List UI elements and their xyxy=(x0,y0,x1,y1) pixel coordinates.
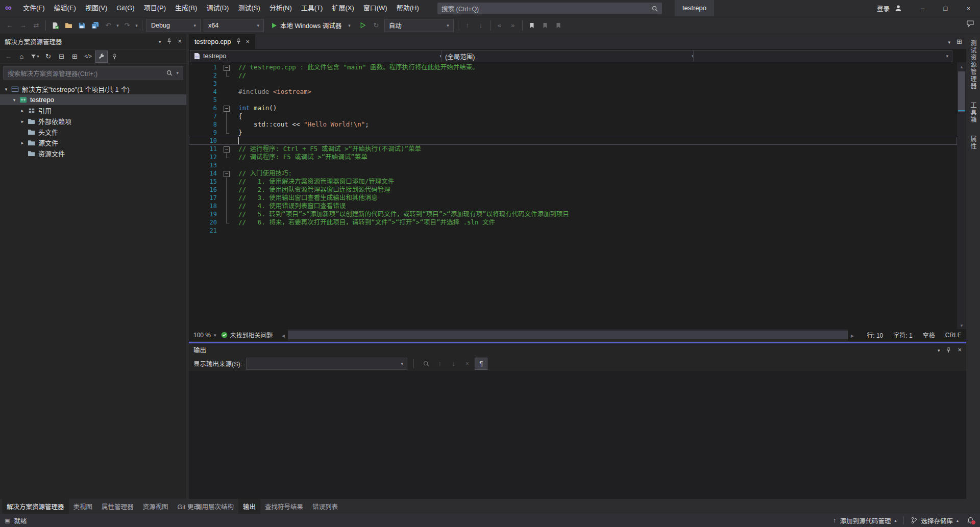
tree-expander-icon[interactable]: ▾ xyxy=(2,87,10,92)
start-without-debugging-icon[interactable] xyxy=(357,19,369,32)
redo-icon[interactable]: ↷ xyxy=(121,19,133,32)
close-panel-icon[interactable]: × xyxy=(178,38,182,45)
tree-expander-icon[interactable]: ▸ xyxy=(18,119,27,124)
save-icon[interactable] xyxy=(76,19,88,32)
word-wrap-icon[interactable]: ¶ xyxy=(475,358,487,369)
tree-item[interactable]: ▾解决方案"testrepo"(1 个项目/共 1 个) xyxy=(0,84,186,94)
tree-expander-icon[interactable]: ▾ xyxy=(10,97,18,103)
pin-icon[interactable] xyxy=(946,347,951,353)
code-line[interactable]: 3 xyxy=(189,80,957,88)
health-check-icon[interactable] xyxy=(221,332,228,338)
code-line[interactable]: 4#include <iostream> xyxy=(189,88,957,96)
tree-item[interactable]: 资源文件 xyxy=(0,148,186,159)
increase-indent-icon[interactable]: » xyxy=(507,19,519,32)
scope-dropdown[interactable]: (全局范围) ▾ xyxy=(441,50,698,62)
fold-collapse-icon[interactable]: – xyxy=(224,65,230,71)
menu-file[interactable]: 文件(F) xyxy=(18,0,50,16)
user-avatar-icon[interactable] xyxy=(895,5,902,12)
code-line[interactable]: 20// 6. 将来，若要再次打开此项目，请转到“文件”>“打开”>“项目”并选… xyxy=(189,218,957,227)
jump-next-icon[interactable]: ↓ xyxy=(448,358,459,369)
show-all-files-icon[interactable]: ⊞ xyxy=(69,51,81,62)
side-tab-工具箱[interactable]: 工具箱 xyxy=(969,102,977,123)
tree-item[interactable]: ▸引用 xyxy=(0,105,186,116)
code-line[interactable]: 6–int main() xyxy=(189,104,957,112)
code-line[interactable]: 19// 5. 转到“项目”>“添加新项”以创建新的代码文件，或转到“项目”>“… xyxy=(189,210,957,218)
panel-tab-属性管理器[interactable]: 属性管理器 xyxy=(97,499,138,514)
scroll-right-icon[interactable]: ▶ xyxy=(848,332,856,339)
tree-expander-icon[interactable]: ▸ xyxy=(18,108,27,113)
fold-collapse-icon[interactable]: – xyxy=(224,106,230,112)
notifications-button[interactable] xyxy=(967,517,974,524)
pin-icon[interactable] xyxy=(166,38,172,44)
tree-item[interactable]: ▸外部依赖项 xyxy=(0,116,186,127)
tab-testrepo-cpp[interactable]: testrepo.cpp × xyxy=(189,34,255,49)
code-line[interactable]: 5 xyxy=(189,96,957,104)
vertical-scrollbar[interactable]: ▲ ▼ xyxy=(957,62,966,329)
open-file-icon[interactable] xyxy=(62,19,75,32)
decrease-indent-icon[interactable]: « xyxy=(494,19,506,32)
close-panel-icon[interactable]: × xyxy=(958,346,962,354)
split-window-icon[interactable]: ⊞ xyxy=(957,38,962,45)
scroll-down-icon[interactable]: ▼ xyxy=(957,321,966,329)
side-tab-属性[interactable]: 属性 xyxy=(969,136,977,150)
forward-icon[interactable]: → xyxy=(17,19,29,32)
filter-dropdown-icon[interactable]: ▾ xyxy=(29,51,41,62)
menu-window[interactable]: 窗口(W) xyxy=(359,0,392,16)
menu-help[interactable]: 帮助(H) xyxy=(392,0,424,16)
clear-all-icon[interactable]: × xyxy=(461,358,473,369)
panel-tab-解决方案资源管理器[interactable]: 解决方案资源管理器 xyxy=(2,499,69,514)
status-spaces[interactable]: 空格 xyxy=(923,331,935,339)
code-line[interactable]: 7{ xyxy=(189,112,957,120)
undo-dropdown-icon[interactable]: ▾ xyxy=(115,23,120,28)
panel-tab-输出[interactable]: 输出 xyxy=(238,499,260,514)
platform-dropdown[interactable]: x64▾ xyxy=(204,19,264,32)
code-line[interactable]: 8 std::cout << "Hello World!\n"; xyxy=(189,120,957,129)
code-line[interactable]: 17// 3. 使用输出窗口查看生成输出和其他消息 xyxy=(189,194,957,202)
properties-icon[interactable] xyxy=(95,51,107,62)
menu-build[interactable]: 生成(B) xyxy=(170,0,202,16)
code-line[interactable]: 11–// 运行程序: Ctrl + F5 或调试 >“开始执行(不调试)”菜单 xyxy=(189,145,957,153)
code-line[interactable]: 21 xyxy=(189,227,957,235)
menu-extensions[interactable]: 扩展(X) xyxy=(327,0,358,16)
menu-debug[interactable]: 调试(D) xyxy=(202,0,233,16)
panel-tab-类视图[interactable]: 类视图 xyxy=(69,499,97,514)
menu-view[interactable]: 视图(V) xyxy=(81,0,112,16)
code-line[interactable]: 10 xyxy=(189,137,957,145)
menu-tools[interactable]: 工具(T) xyxy=(297,0,328,16)
menu-edit[interactable]: 编辑(E) xyxy=(50,0,81,16)
code-line[interactable]: 1–// testrepo.cpp : 此文件包含 "main" 函数。程序执行… xyxy=(189,63,957,71)
project-dropdown[interactable]: ++ testrepo ▾ xyxy=(190,50,446,62)
fold-collapse-icon[interactable]: – xyxy=(224,146,230,153)
code-line[interactable]: 13 xyxy=(189,161,957,169)
view-code-icon[interactable]: </> xyxy=(82,51,94,62)
menu-git[interactable]: Git(G) xyxy=(112,0,139,16)
scrollbar-thumb[interactable] xyxy=(288,331,848,339)
menu-project[interactable]: 项目(P) xyxy=(139,0,170,16)
navigate-icon[interactable]: ⇄ xyxy=(30,19,42,32)
code-line[interactable]: 18// 4. 使用错误列表窗口查看错误 xyxy=(189,202,957,210)
tree-item[interactable]: ▾++testrepo xyxy=(0,94,186,105)
redo-dropdown-icon[interactable]: ▾ xyxy=(134,23,139,28)
member-dropdown[interactable]: ▾ xyxy=(693,50,952,62)
search-icon[interactable] xyxy=(652,6,658,12)
code-line[interactable]: 14–// 入门使用技巧: xyxy=(189,169,957,178)
tree-item[interactable]: 头文件 xyxy=(0,127,186,137)
window-position-icon[interactable]: ▾ xyxy=(159,38,161,45)
sign-in-button[interactable]: 登录 xyxy=(877,4,890,13)
code-line[interactable]: 2// xyxy=(189,71,957,80)
code-editor[interactable]: 1–// testrepo.cpp : 此文件包含 "main" 函数。程序执行… xyxy=(189,62,966,329)
previous-method-icon[interactable]: ↑ xyxy=(461,19,474,32)
panel-tab-资源视图[interactable]: 资源视图 xyxy=(138,499,173,514)
maximize-button[interactable]: □ xyxy=(934,0,957,16)
next-bookmark-icon[interactable] xyxy=(552,19,565,32)
configuration-dropdown[interactable]: Debug▾ xyxy=(146,19,201,32)
jump-previous-icon[interactable]: ↑ xyxy=(434,358,446,369)
undo-icon[interactable]: ↶ xyxy=(102,19,114,32)
previous-bookmark-icon[interactable] xyxy=(539,19,551,32)
minimize-button[interactable]: – xyxy=(911,0,934,16)
pin-icon[interactable] xyxy=(109,51,120,62)
send-feedback-icon[interactable] xyxy=(967,20,974,27)
active-files-dropdown-icon[interactable]: ▾ xyxy=(948,38,951,45)
panel-tab-查找符号结果[interactable]: 查找符号结果 xyxy=(260,499,308,514)
window-position-icon[interactable]: ▾ xyxy=(938,346,940,354)
